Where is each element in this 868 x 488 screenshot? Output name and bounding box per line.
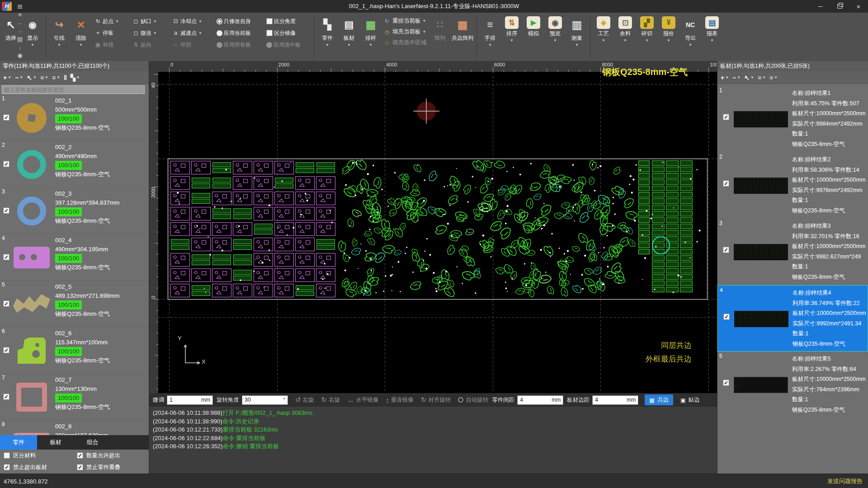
sheet-checkbox[interactable]: ✓ — [723, 380, 729, 386]
冷却点-option[interactable]: ⊡冷却点▼ — [172, 18, 215, 25]
part-checkbox[interactable]: ✓ — [3, 394, 9, 400]
canvas-drawing[interactable] — [149, 61, 717, 393]
array-button[interactable]: ∷阵列 — [429, 16, 451, 43]
sheet-list-item[interactable]: 5✓名称:排样结果5利用率:2.267% 零件数:64板材尺寸:10000mm*… — [717, 352, 868, 418]
区分镜像-option[interactable]: 区分镜像 — [266, 29, 311, 37]
fill-region-button[interactable]: ◇填充选中区域 — [383, 39, 426, 47]
part-list-item[interactable]: 7✓002_7130mm*130mm100/100钢板Q235-8mm-空气 — [0, 374, 149, 420]
process-button[interactable]: ◆工艺▼ — [593, 16, 614, 42]
sheet-button[interactable]: ▤板材▼ — [338, 16, 360, 47]
import-icon[interactable]: ↓ — [15, 43, 24, 51]
add-sheet-icon[interactable]: +▼ — [720, 74, 730, 81]
fill-sheet-button[interactable]: ◇填充当前板▼ — [383, 28, 426, 36]
sheet-list-item[interactable]: 2✓名称:排样结果2利用率:58.306% 零件数:14板材尺寸:10000mm… — [717, 152, 868, 219]
nest-button[interactable]: ▦排样▼ — [360, 16, 382, 47]
rotate-left-button[interactable]: ↺左旋 — [295, 396, 314, 404]
tab-板材[interactable]: 板材 — [37, 435, 74, 450]
renest-sheet-button[interactable]: ↻重排当前板▼ — [383, 17, 426, 25]
part-list-item[interactable]: 3✓002_3397.128mm*394.837mm100/100钢板Q235-… — [0, 188, 149, 234]
part-checkbox[interactable]: ✓ — [3, 207, 9, 214]
sort-parts-icon[interactable]: ≡▼ — [39, 74, 49, 81]
sheet-margin-input[interactable] — [595, 397, 622, 403]
part-list-item[interactable]: 5✓002_5489.132mm*271.698mm100/100钢板Q235-… — [0, 281, 149, 327]
sheet-checkbox[interactable]: ✓ — [723, 247, 729, 253]
数量允许超出-checkbox[interactable]: ✓数量允许超出 — [77, 452, 149, 460]
sort-button[interactable]: ⇅排序▼ — [501, 16, 523, 42]
tab-零件[interactable]: 零件 — [0, 435, 37, 450]
measure-button[interactable]: ▥测量▼ — [566, 16, 588, 47]
redo-icon[interactable]: → — [15, 27, 24, 35]
part-checkbox[interactable]: ✓ — [3, 161, 9, 167]
应用所有板-option[interactable]: 应用所有板 — [217, 41, 264, 49]
sheet-checkbox[interactable]: ✓ — [723, 314, 730, 320]
preview-button[interactable]: ◉预览▼ — [544, 16, 566, 42]
simulate-button[interactable]: ▶模拟 — [523, 16, 544, 38]
part-list-item[interactable]: 4✓002_4490mm*304.195mm100/100钢板Q235-8mm-… — [0, 234, 149, 281]
auto-rotate-toggle[interactable]: 自动旋转 — [458, 396, 488, 404]
禁止超出板材-checkbox[interactable]: ✓禁止超出板材 — [4, 464, 77, 471]
part-checkbox[interactable]: ✓ — [3, 254, 9, 260]
app-logo-icon[interactable]: H — [2, 2, 12, 11]
minimize-button[interactable] — [811, 0, 830, 13]
区分材料-checkbox[interactable]: 区分材料 — [4, 452, 77, 460]
add-part-icon[interactable]: +▼ — [2, 74, 12, 81]
undo-icon[interactable]: ← — [15, 19, 24, 27]
align-rotate-button[interactable]: ↻对齐旋转 — [421, 396, 451, 404]
remnant-button[interactable]: ⊡余料▼ — [614, 16, 636, 42]
mirror-horizontal-button[interactable]: ↔水平镜像 — [347, 396, 378, 404]
补偿-option[interactable]: ▣补偿 — [94, 41, 131, 49]
应用选中板-option[interactable]: 应用选中板 — [266, 41, 311, 49]
rotate-right-button[interactable]: ↻右旋 — [321, 396, 340, 404]
layers-icon[interactable]: ▤ — [15, 35, 24, 43]
part-gap-input[interactable] — [520, 397, 547, 403]
禁止零件重叠-checkbox[interactable]: ✓禁止零件重叠 — [77, 464, 149, 471]
scrap-cut-button[interactable]: ▞碎切▼ — [636, 16, 658, 42]
part-checkbox[interactable]: ✓ — [3, 300, 9, 307]
lead-line-button[interactable]: ↪引线▼ — [48, 16, 70, 47]
part-list-item[interactable]: 8✓002_8300mm*197.639mm100/100钢板Q235-8mm-… — [0, 420, 149, 435]
part-list-item[interactable]: 2✓002_2490mm*490mm100/100钢板Q235-8mm-空气 — [0, 141, 149, 188]
part-search-input[interactable] — [2, 85, 145, 94]
pause-icon[interactable]: ‖ — [63, 74, 68, 81]
sheet-list-item[interactable]: 3✓名称:排样结果3利用率:32.701% 零件数:16板材尺寸:10000mm… — [717, 219, 868, 285]
select-part-icon[interactable]: ↖▼ — [26, 74, 38, 81]
auto-tool-icon[interactable]: ▚▼ — [70, 74, 81, 81]
sheet-list-item[interactable]: 4✓名称:排样结果4利用率:36.749% 零件数:22板材尺寸:10000mm… — [717, 285, 868, 352]
send-report-link[interactable]: 发送问题报告 — [827, 477, 863, 485]
反向-option[interactable]: ⇅反向 — [132, 41, 170, 49]
nesting-canvas[interactable]: 钢板Q235-8mm-空气 同层共边 外框最后共边 Y X 0200040006… — [149, 61, 717, 393]
环切-option[interactable]: ○环切 — [172, 41, 215, 49]
sheet-checkbox[interactable]: ✓ — [723, 114, 729, 120]
quote-button[interactable]: ¥报价▼ — [658, 16, 679, 42]
微连-option[interactable]: ◻微连▼ — [132, 29, 170, 37]
user-icon[interactable]: ◉ — [15, 51, 24, 59]
nudge-input[interactable] — [170, 397, 197, 403]
缺口-option[interactable]: ◻缺口▼ — [132, 18, 170, 25]
sort-sheets-icon[interactable]: ≡▼ — [757, 74, 767, 81]
restore-button[interactable] — [830, 0, 849, 13]
settings-icon[interactable]: ⊞ — [15, 2, 24, 10]
区分角度-option[interactable]: 区分角度 — [266, 18, 311, 25]
sheet-checkbox[interactable]: ✓ — [723, 180, 729, 187]
snap-edge-button[interactable]: ▣ 贴边 — [680, 396, 700, 404]
part-list-item[interactable]: 1✓002_1500mm*500mm100/100钢板Q235-8mm-空气 — [0, 94, 149, 141]
clear-button[interactable]: ×清除▼ — [70, 16, 92, 47]
common-edge-array-button[interactable]: ▦共边阵列 — [451, 16, 474, 43]
select-sheet-icon[interactable]: ↖▼ — [743, 74, 755, 81]
remove-part-icon[interactable]: −▼ — [14, 74, 24, 81]
remove-sheet-icon[interactable]: −▼ — [731, 74, 741, 81]
manual-nest-button[interactable]: ≡手排▼ — [479, 16, 501, 47]
part-button[interactable]: ▚零件▼ — [316, 16, 338, 47]
part-list-item[interactable]: 6✓002_6115.347mm*100mm100/100钢板Q235-8mm-… — [0, 327, 149, 374]
tab-组合[interactable]: 组合 — [74, 435, 111, 450]
rotate-angle-input[interactable] — [245, 397, 272, 403]
part-checkbox[interactable]: ✓ — [3, 347, 9, 353]
sort-sheets-alt-icon[interactable]: ≡▼ — [769, 74, 778, 81]
part-checkbox[interactable]: ✓ — [3, 114, 9, 121]
database-icon[interactable]: ≡ — [15, 10, 24, 19]
只修改自身-option[interactable]: 只修改自身 — [217, 18, 264, 25]
减速点-option[interactable]: a减速点▼ — [172, 29, 215, 37]
sheet-list-item[interactable]: 1✓名称:排样结果1利用率:45.75% 零件数:507板材尺寸:10000mm… — [717, 86, 868, 152]
export-button[interactable]: NC导出▼ — [679, 16, 701, 47]
report-button[interactable]: ▤报表▼ — [701, 16, 723, 42]
